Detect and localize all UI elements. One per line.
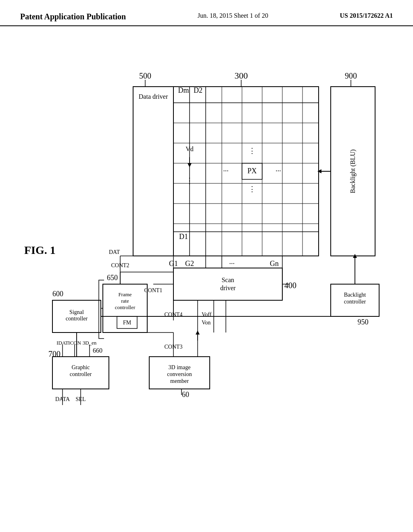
svg-text:3D image: 3D image: [169, 364, 191, 370]
svg-text:Backlight (BLU): Backlight (BLU): [349, 150, 357, 193]
svg-text:Vd: Vd: [186, 145, 194, 152]
svg-text:60: 60: [182, 391, 189, 399]
svg-text:900: 900: [345, 71, 357, 80]
svg-text:Dm: Dm: [178, 86, 189, 94]
svg-text:controller: controller: [115, 304, 136, 310]
svg-text:DAT: DAT: [109, 249, 120, 255]
svg-text:Graphic: Graphic: [71, 364, 90, 370]
svg-text:controller: controller: [70, 371, 92, 377]
svg-text:controller: controller: [66, 316, 88, 322]
svg-text:300: 300: [235, 71, 248, 81]
svg-marker-98: [317, 169, 321, 173]
svg-text:500: 500: [139, 71, 151, 80]
header-date-sheet: Jun. 18, 2015 Sheet 1 of 20: [198, 12, 268, 19]
header-patent-number: US 2015/172622 A1: [340, 12, 393, 19]
svg-marker-12: [188, 163, 192, 167]
svg-text:Von: Von: [202, 320, 211, 326]
circuit-diagram: text { font-family: 'Times New Roman', s…: [0, 26, 413, 526]
svg-text:⋮: ⋮: [248, 185, 256, 193]
svg-text:member: member: [170, 378, 189, 384]
page-header: Patent Application Publication Jun. 18, …: [0, 0, 413, 26]
svg-rect-35: [133, 87, 173, 256]
svg-rect-0: [173, 87, 319, 256]
diagram-area: FIG. 1 text { font-family: 'Times New Ro…: [0, 26, 413, 526]
svg-text:950: 950: [358, 318, 369, 326]
svg-text:controller: controller: [344, 299, 366, 305]
svg-text:D2: D2: [194, 86, 202, 94]
svg-text:Gn: Gn: [270, 260, 279, 268]
svg-text:400: 400: [284, 281, 296, 290]
svg-text:600: 600: [52, 290, 63, 298]
svg-text:⋮: ⋮: [186, 176, 194, 185]
svg-text:Signal: Signal: [69, 309, 84, 315]
svg-text:···: ···: [275, 167, 281, 175]
svg-text:···: ···: [229, 260, 235, 268]
svg-text:Backlight: Backlight: [344, 292, 366, 298]
svg-text:PX: PX: [247, 167, 257, 175]
svg-text:Frame: Frame: [118, 291, 131, 297]
svg-text:700: 700: [48, 349, 60, 358]
svg-text:Data driver: Data driver: [139, 93, 168, 100]
svg-text:650: 650: [107, 274, 118, 282]
svg-text:FM: FM: [123, 320, 131, 326]
svg-text:conversion: conversion: [167, 371, 192, 377]
svg-text:660: 660: [93, 347, 102, 354]
header-publication-type: Patent Application Publication: [20, 12, 126, 21]
svg-rect-39: [173, 268, 282, 300]
svg-text:G2: G2: [185, 260, 194, 268]
svg-marker-120: [196, 330, 200, 335]
svg-text:⋮: ⋮: [248, 147, 256, 155]
svg-text:Scan: Scan: [221, 276, 234, 283]
svg-text:···: ···: [223, 167, 229, 175]
svg-text:rate: rate: [121, 298, 129, 304]
svg-text:driver: driver: [220, 285, 236, 291]
svg-text:D1: D1: [179, 233, 188, 241]
